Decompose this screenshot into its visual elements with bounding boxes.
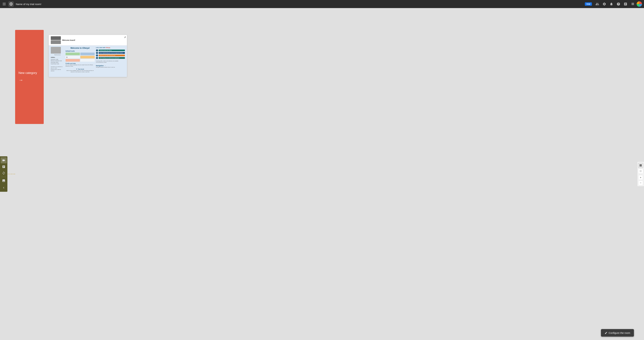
zoom-in-btn[interactable]: + xyxy=(638,175,643,180)
wb-middle-col: Welcome to iObeya! Default tools xyxy=(66,47,95,77)
wb-step-label-2: Lean: Implementing your visual managemen… xyxy=(99,52,125,54)
svg-point-14 xyxy=(641,172,642,172)
wb-click-info: Left-click on an element to open its men… xyxy=(51,66,64,72)
wb-header: Welcome board! ↗ xyxy=(49,35,127,45)
wb-tool-4 xyxy=(80,56,95,58)
wb-lets-start-label: Let's start with iObeya xyxy=(96,47,125,48)
wb-main-title: Welcome to iObeya! xyxy=(66,47,95,49)
svg-point-5 xyxy=(66,57,67,57)
wb-photo-1 xyxy=(51,36,61,40)
svg-point-6 xyxy=(640,170,640,171)
category-panel[interactable]: New category → xyxy=(15,30,44,124)
category-arrow: → xyxy=(18,77,40,83)
wb-tool-dock-label: ▼ Tool dock xyxy=(66,68,95,70)
wb-tool-dock-section: ▼ Tool dock Click to view available opti… xyxy=(66,68,95,73)
wb-utilities-label: Utilities xyxy=(51,57,64,58)
wb-device-img xyxy=(51,47,61,54)
wb-step-label-1: Getting started with iObeya xyxy=(99,49,125,51)
sidebar-item-sync[interactable] xyxy=(1,170,7,176)
wb-utilities-items: Interaction modeMeeting Facilitation too… xyxy=(51,59,64,65)
wb-default-tools-label: Default tools xyxy=(66,50,95,52)
wb-step-num-3: 3 xyxy=(96,54,98,56)
svg-point-13 xyxy=(640,172,641,172)
wb-left-col: Multi-device Utilities Interaction modeM… xyxy=(51,47,64,77)
apps-grid-icon-btn[interactable] xyxy=(630,1,636,7)
svg-point-11 xyxy=(641,171,642,171)
svg-point-10 xyxy=(640,171,641,171)
wb-step-num-4: 4 xyxy=(96,57,98,59)
wb-multi-device-label: Multi-device xyxy=(51,54,64,55)
settings-icon-btn[interactable] xyxy=(601,1,607,7)
sidebar-item-video[interactable] xyxy=(1,157,7,163)
wb-photo-2 xyxy=(51,40,61,44)
right-toolbar: + − xyxy=(637,162,644,186)
wb-tool-1 xyxy=(66,52,80,55)
svg-point-9 xyxy=(640,171,640,171)
rt-divider xyxy=(639,174,642,175)
wb-profile-help-sub: Set your default language and your avata… xyxy=(66,64,95,67)
wb-step-3: 3 Setting up your lean manufacturing xyxy=(96,54,125,56)
wb-step-num-1: 1 xyxy=(96,49,98,51)
wb-step-num-2: 2 xyxy=(96,52,98,54)
wb-tool-5 xyxy=(66,59,80,62)
category-label: New category xyxy=(18,71,40,75)
svg-point-12 xyxy=(640,172,640,172)
wb-right-col: Let's start with iObeya 1 Getting starte… xyxy=(96,47,125,77)
configure-room-btn[interactable]: Configure the room xyxy=(601,329,634,337)
sidebar-item-board[interactable] xyxy=(1,164,7,170)
notifications-icon-btn[interactable] xyxy=(608,1,614,7)
user-avatar[interactable] xyxy=(636,1,642,7)
main-content: New category → Welcome board! ↗ Multi-de… xyxy=(0,8,644,340)
wb-step-1: 1 Getting started with iObeya xyxy=(96,49,125,51)
wb-profile-help-label: Profile and help xyxy=(66,63,95,64)
wb-steps: 1 Getting started with iObeya 2 Lean: Im… xyxy=(96,49,125,59)
category-connector xyxy=(8,174,15,174)
sidebar-divider xyxy=(1,177,6,177)
grid-view-btn[interactable] xyxy=(638,163,643,168)
wb-body: Multi-device Utilities Interaction modeM… xyxy=(49,45,127,77)
people-icon-btn[interactable] xyxy=(594,1,600,7)
header-left: Name of my trial room! xyxy=(2,1,583,7)
svg-point-2 xyxy=(10,3,12,4)
wb-tool-3 xyxy=(66,56,80,58)
document-icon-btn[interactable] xyxy=(622,1,628,7)
wb-nav-text: Navigate between boards Zoom in and out xyxy=(96,66,125,68)
trial-badge[interactable]: trial xyxy=(585,2,592,6)
sidebar-item-images[interactable] xyxy=(1,178,7,184)
pencil-icon xyxy=(605,332,607,334)
app-header: Name of my trial room! trial xyxy=(0,0,644,8)
dots-view-btn[interactable] xyxy=(638,169,643,174)
wb-step-label-3: Setting up your lean manufacturing xyxy=(99,55,125,56)
zoom-out-btn[interactable]: − xyxy=(638,181,643,185)
canvas-area[interactable]: New category → Welcome board! ↗ Multi-de… xyxy=(0,8,644,340)
welcome-board[interactable]: Welcome board! ↗ Multi-device Utilities … xyxy=(49,35,127,77)
wb-tool-2 xyxy=(80,52,95,55)
wb-header-label: Welcome board! xyxy=(62,39,75,41)
wb-nav-section: Navigation → Navigate between boards Zoo… xyxy=(96,65,125,68)
room-title: Name of my trial room! xyxy=(16,3,41,5)
configure-room-label: Configure the room xyxy=(609,332,630,334)
wb-step-2: 2 Lean: Implementing your visual managem… xyxy=(96,52,125,54)
wb-expand-btn[interactable]: ↗ xyxy=(124,36,126,39)
svg-point-7 xyxy=(640,170,641,171)
wb-tool-dock-sub: Click to view available options for each… xyxy=(66,70,95,73)
svg-point-8 xyxy=(641,170,642,171)
app-logo xyxy=(8,1,14,7)
left-sidebar xyxy=(0,156,8,192)
wb-step-label-4: OKR: Building your performance dashboard xyxy=(99,57,125,59)
wb-learning-paths: Learning paths, videos and webinars are … xyxy=(96,60,125,63)
hamburger-menu[interactable] xyxy=(2,2,6,6)
wb-step-4: 4 OKR: Building your performance dashboa… xyxy=(96,57,125,59)
sidebar-collapse-btn[interactable] xyxy=(1,185,7,191)
wb-photos xyxy=(51,36,61,44)
header-right: trial xyxy=(585,1,642,7)
help-icon-btn[interactable] xyxy=(616,1,622,7)
wb-nav-title: Navigation → xyxy=(96,65,125,66)
wb-tools-grid xyxy=(66,52,95,62)
wb-tool-6 xyxy=(80,59,95,62)
